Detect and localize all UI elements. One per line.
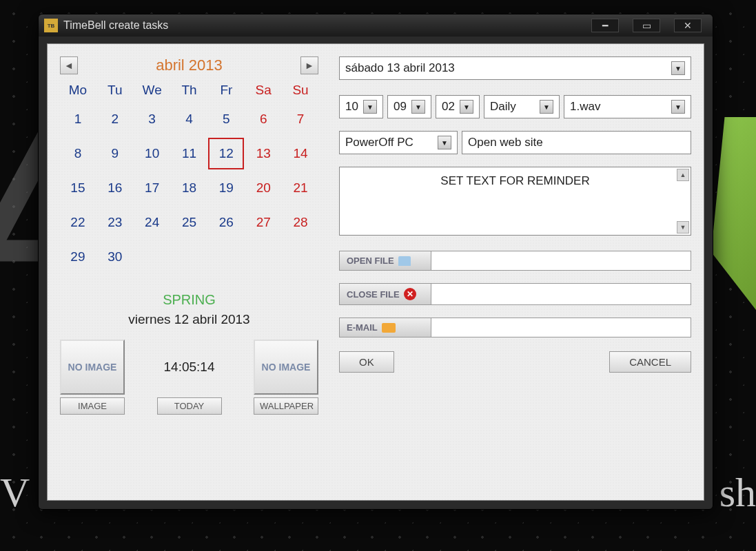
- calendar-day[interactable]: 12: [208, 138, 244, 169]
- calendar-day[interactable]: 27: [245, 207, 281, 238]
- date-dropdown[interactable]: sábado 13 abril 2013 ▼: [339, 56, 691, 80]
- bg-decor-text-left: V: [0, 469, 30, 517]
- calendar-day[interactable]: 24: [134, 207, 170, 238]
- dow-header: Su: [283, 80, 318, 101]
- mail-icon: [382, 323, 396, 333]
- chevron-down-icon: ▼: [438, 136, 451, 149]
- current-date-label: viernes 12 abril 2013: [60, 312, 318, 327]
- calendar-day[interactable]: 1: [60, 103, 96, 135]
- minimize-button[interactable]: ━: [591, 19, 619, 32]
- calendar-day[interactable]: 15: [60, 172, 96, 204]
- calendar-day[interactable]: 26: [208, 207, 244, 238]
- calendar-day[interactable]: 25: [172, 207, 207, 238]
- chevron-down-icon: ▼: [671, 61, 685, 75]
- dow-header: Tu: [97, 80, 133, 101]
- calendar-day[interactable]: 6: [245, 103, 281, 135]
- calendar-day[interactable]: 14: [283, 138, 318, 169]
- reminder-placeholder: SET TEXT FOR REMINDER: [340, 167, 691, 188]
- today-button[interactable]: TODAY: [157, 397, 222, 415]
- chevron-down-icon: ▼: [540, 100, 553, 114]
- calendar-day[interactable]: 30: [97, 241, 133, 273]
- close-button[interactable]: ✕: [674, 19, 702, 32]
- hour-dropdown[interactable]: 10▼: [339, 95, 383, 118]
- calendar-day[interactable]: 29: [60, 241, 96, 273]
- close-file-button[interactable]: CLOSE FILE ✕: [339, 283, 431, 305]
- calendar-day[interactable]: 11: [172, 138, 207, 169]
- calendar-day[interactable]: 18: [172, 172, 207, 204]
- dow-header: Th: [172, 80, 207, 101]
- calendar-day[interactable]: 5: [208, 103, 244, 135]
- folder-icon: [398, 256, 411, 266]
- chevron-down-icon: ▼: [411, 100, 425, 114]
- wallpaper-slot[interactable]: NO IMAGE: [254, 340, 318, 395]
- calendar-day[interactable]: 20: [245, 172, 281, 204]
- calendar-day[interactable]: 28: [283, 207, 318, 238]
- email-button[interactable]: E-MAIL: [339, 318, 431, 337]
- calendar-day[interactable]: 2: [97, 103, 133, 135]
- calendar-day[interactable]: 7: [283, 103, 318, 135]
- url-input[interactable]: Open web site: [462, 131, 691, 154]
- titlebar[interactable]: TB TimeBell create tasks ━ ▭ ✕: [39, 14, 713, 37]
- scroll-up-icon[interactable]: ▲: [677, 169, 689, 181]
- minute-dropdown[interactable]: 09▼: [387, 95, 431, 118]
- next-month-button[interactable]: ►: [300, 56, 318, 74]
- calendar-day[interactable]: 3: [134, 103, 170, 135]
- time-display: 14:05:14: [164, 340, 215, 395]
- calendar-day[interactable]: 9: [97, 138, 133, 169]
- calendar-day[interactable]: 4: [172, 103, 207, 135]
- calendar-day[interactable]: 8: [60, 138, 96, 169]
- reminder-textarea[interactable]: SET TEXT FOR REMINDER ▲ ▼: [339, 167, 691, 236]
- calendar-day[interactable]: 17: [134, 172, 170, 204]
- chevron-down-icon: ▼: [363, 100, 377, 114]
- calendar-day[interactable]: 10: [134, 138, 170, 169]
- wallpaper-button[interactable]: WALLPAPER: [254, 397, 318, 415]
- second-dropdown[interactable]: 02▼: [436, 95, 480, 118]
- calendar-day[interactable]: 22: [60, 207, 96, 238]
- chevron-down-icon: ▼: [460, 100, 473, 114]
- email-input[interactable]: [431, 318, 691, 337]
- window-title: TimeBell create tasks: [63, 19, 168, 32]
- prev-month-button[interactable]: ◄: [60, 56, 78, 74]
- calendar-day[interactable]: 19: [208, 172, 244, 204]
- app-icon: TB: [44, 19, 58, 32]
- open-file-button[interactable]: OPEN FILE: [339, 251, 431, 271]
- sound-dropdown[interactable]: 1.wav▼: [564, 95, 691, 118]
- chevron-down-icon: ▼: [671, 100, 685, 114]
- calendar-day[interactable]: 23: [97, 207, 133, 238]
- calendar-day[interactable]: 13: [245, 138, 281, 169]
- app-window: TB TimeBell create tasks ━ ▭ ✕ ◄ abril 2…: [38, 14, 713, 510]
- open-file-input[interactable]: [431, 251, 691, 271]
- dow-header: Mo: [60, 80, 96, 101]
- calendar-day[interactable]: 16: [97, 172, 133, 204]
- action-dropdown[interactable]: PowerOff PC▼: [339, 131, 458, 154]
- dow-header: Fr: [208, 80, 244, 101]
- dow-header: We: [134, 80, 170, 101]
- dow-header: Sa: [245, 80, 281, 101]
- date-dropdown-value: sábado 13 abril 2013: [345, 61, 455, 75]
- close-file-input[interactable]: [431, 283, 691, 305]
- image-button[interactable]: IMAGE: [60, 397, 125, 415]
- close-icon: ✕: [404, 288, 416, 300]
- repeat-dropdown[interactable]: Daily▼: [484, 95, 560, 118]
- season-label: SPRING: [60, 292, 318, 308]
- month-label: abril 2013: [156, 56, 223, 74]
- image-slot[interactable]: NO IMAGE: [60, 340, 125, 395]
- maximize-button[interactable]: ▭: [633, 19, 660, 32]
- bg-decor-text-right: sh: [719, 469, 756, 517]
- cancel-button[interactable]: CANCEL: [609, 351, 691, 373]
- calendar-grid: MoTuWeThFrSaSu12345678910111213141516171…: [60, 80, 318, 273]
- ok-button[interactable]: OK: [339, 351, 394, 373]
- calendar-day[interactable]: 21: [283, 172, 318, 204]
- scroll-down-icon[interactable]: ▼: [677, 221, 689, 233]
- client-area: ◄ abril 2013 ► MoTuWeThFrSaSu12345678910…: [47, 43, 704, 501]
